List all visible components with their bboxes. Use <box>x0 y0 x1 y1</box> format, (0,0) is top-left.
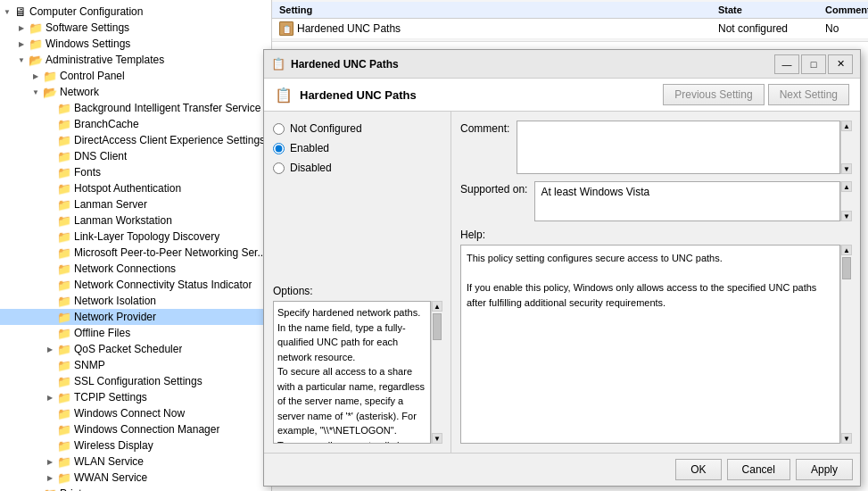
policy-icon: 📋 <box>279 21 293 36</box>
scroll-down-arrow[interactable]: ▼ <box>432 433 442 444</box>
expand-btn-software-settings[interactable]: ▶ <box>14 21 29 35</box>
tree-item-network-provider[interactable]: 📁Network Provider <box>0 309 271 325</box>
radio-enabled[interactable]: Enabled <box>273 142 442 154</box>
modal-title-text: Hardened UNC Paths <box>291 58 773 71</box>
folder-icon-admin-templates: 📂 <box>29 54 43 67</box>
row-status: Not configured <box>718 22 825 35</box>
comment-scroll-down[interactable]: ▼ <box>841 163 852 174</box>
options-scrollbar[interactable]: ▲ ▼ <box>431 301 442 444</box>
help-scroll-up[interactable]: ▲ <box>841 245 852 255</box>
tree-item-net-connections[interactable]: 📁Network Connections <box>0 261 271 277</box>
tree-item-wlan-service[interactable]: ▶📁WLAN Service <box>0 454 271 470</box>
minimize-button[interactable]: — <box>774 54 799 74</box>
tree-item-wireless-display[interactable]: 📁Wireless Display <box>0 437 271 454</box>
tree-item-wwan-service[interactable]: ▶📁WWAN Service <box>0 470 271 486</box>
expand-btn-admin-templates[interactable]: ▼ <box>14 53 29 67</box>
help-scroll-down[interactable]: ▼ <box>841 433 852 444</box>
expand-btn-control-panel[interactable]: ▶ <box>29 69 43 83</box>
radio-disabled-input[interactable] <box>273 162 285 174</box>
cancel-button[interactable]: Cancel <box>727 459 790 480</box>
folder-icon-directaccess: 📁 <box>57 134 71 147</box>
radio-not-configured-label: Not Configured <box>290 122 362 135</box>
supported-scroll-up[interactable]: ▲ <box>841 181 852 192</box>
tree-item-hotspot[interactable]: 📁Hotspot Authentication <box>0 180 271 196</box>
tree-item-admin-templates[interactable]: ▼📂Administrative Templates <box>0 52 271 68</box>
help-content[interactable]: This policy setting configures secure ac… <box>460 245 840 444</box>
radio-not-configured[interactable]: Not Configured <box>273 122 442 135</box>
comment-scrollbar[interactable]: ▲ ▼ <box>840 121 851 174</box>
tree-item-fonts[interactable]: 📁Fonts <box>0 164 271 180</box>
tree-item-bitf[interactable]: 📁Background Intelligent Transfer Service <box>0 100 271 116</box>
tree-item-lanman-workstation[interactable]: 📁Lanman Workstation <box>0 212 271 229</box>
folder-icon-ms-peer: 📁 <box>57 246 71 260</box>
help-text: This policy setting configures secure ac… <box>467 253 819 308</box>
help-scrollbar[interactable]: ▲ ▼ <box>840 245 851 444</box>
radio-disabled[interactable]: Disabled <box>273 162 442 174</box>
tree-item-ncsi[interactable]: 📁Network Connectivity Status Indicator <box>0 277 271 293</box>
tree-label-hotspot: Hotspot Authentication <box>74 182 181 195</box>
expand-btn-wlan-service[interactable]: ▶ <box>43 454 57 469</box>
tree-item-qos[interactable]: ▶📁QoS Packet Scheduler <box>0 341 271 357</box>
help-section: Help: This policy setting configures sec… <box>460 229 851 444</box>
scroll-up-arrow[interactable]: ▲ <box>432 301 442 312</box>
tree-item-branchcache[interactable]: 📁BranchCache <box>0 116 271 132</box>
supported-scrollbar[interactable]: ▲ ▼ <box>840 181 851 221</box>
tree-item-computer-config[interactable]: ▼🖥Computer Configuration <box>0 4 271 20</box>
help-scrollbar-thumb[interactable] <box>842 257 851 279</box>
tree-item-windows-connection-manager[interactable]: 📁Windows Connection Manager <box>0 421 271 437</box>
folder-icon-computer-config: 🖥 <box>14 4 27 19</box>
expand-btn-computer-config[interactable]: ▼ <box>0 4 14 19</box>
options-content[interactable]: Specify hardened network paths. In the n… <box>273 301 431 444</box>
tree-item-net-isolation[interactable]: 📁Network Isolation <box>0 293 271 309</box>
tree-item-printers[interactable]: 📁Printers <box>0 486 271 491</box>
supported-scroll-down[interactable]: ▼ <box>841 211 852 221</box>
modal-header-title: Hardened UNC Paths <box>300 88 417 102</box>
tree-label-directaccess: DirectAccess Client Experience Settings <box>74 134 265 146</box>
tree-item-directaccess[interactable]: 📁DirectAccess Client Experience Settings <box>0 132 271 148</box>
tree-item-network[interactable]: ▼📂Network <box>0 84 271 100</box>
radio-enabled-input[interactable] <box>273 143 285 154</box>
tree-item-link-layer[interactable]: 📁Link-Layer Topology Discovery <box>0 229 271 245</box>
folder-icon-network: 📂 <box>43 86 57 99</box>
expand-btn-wwan-service[interactable]: ▶ <box>43 470 57 485</box>
folder-icon-software-settings: 📁 <box>29 21 43 35</box>
tree-item-snmp[interactable]: 📁SNMP <box>0 357 271 373</box>
tree-item-software-settings[interactable]: ▶📁Software Settings <box>0 20 271 36</box>
tree-item-ssl-config[interactable]: 📁SSL Configuration Settings <box>0 373 271 389</box>
radio-not-configured-input[interactable] <box>273 123 285 135</box>
tree-item-lanman-server[interactable]: 📁Lanman Server <box>0 196 271 212</box>
expand-btn-tcpip[interactable]: ▶ <box>43 390 57 404</box>
scrollbar-thumb[interactable] <box>433 313 442 340</box>
close-button[interactable]: ✕ <box>828 54 853 74</box>
tree-label-tcpip: TCPIP Settings <box>74 391 147 404</box>
tree-label-ncsi: Network Connectivity Status Indicator <box>74 279 252 291</box>
tree-item-dns-client[interactable]: 📁DNS Client <box>0 148 271 164</box>
tree-item-windows-settings[interactable]: ▶📁Windows Settings <box>0 36 271 52</box>
col-header-state: State <box>718 4 825 15</box>
expand-btn-windows-settings[interactable]: ▶ <box>14 37 29 51</box>
table-row[interactable]: 📋 Hardened UNC Paths Not configured No <box>272 19 868 39</box>
next-setting-button[interactable]: Next Setting <box>768 84 849 105</box>
maximize-button[interactable]: □ <box>801 54 826 74</box>
tree-label-link-layer: Link-Layer Topology Discovery <box>74 230 219 243</box>
tree-label-network-provider: Network Provider <box>74 311 156 323</box>
comment-scroll-up[interactable]: ▲ <box>841 121 852 131</box>
tree-item-tcpip[interactable]: ▶📁TCPIP Settings <box>0 389 271 405</box>
folder-icon-wwan-service: 📁 <box>57 471 71 485</box>
ok-button[interactable]: OK <box>675 459 721 480</box>
folder-icon-control-panel: 📁 <box>43 70 57 83</box>
tree-label-windows-connect-now: Windows Connect Now <box>74 407 185 420</box>
expand-btn-qos[interactable]: ▶ <box>43 342 57 356</box>
tree-item-offline-files[interactable]: 📁Offline Files <box>0 325 271 341</box>
apply-button[interactable]: Apply <box>796 459 853 480</box>
tree-item-windows-connect-now[interactable]: 📁Windows Connect Now <box>0 405 271 421</box>
comment-textarea[interactable] <box>517 121 840 174</box>
folder-icon-tcpip: 📁 <box>57 391 71 404</box>
folder-icon-net-connections: 📁 <box>57 262 71 276</box>
tree-item-ms-peer[interactable]: 📁Microsoft Peer-to-Peer Networking Ser..… <box>0 245 271 261</box>
tree-item-control-panel[interactable]: ▶📁Control Panel <box>0 68 271 84</box>
folder-icon-wireless-display: 📁 <box>57 439 71 453</box>
folder-icon-lanman-server: 📁 <box>57 198 71 212</box>
prev-setting-button[interactable]: Previous Setting <box>663 84 764 105</box>
expand-btn-network[interactable]: ▼ <box>29 85 43 99</box>
